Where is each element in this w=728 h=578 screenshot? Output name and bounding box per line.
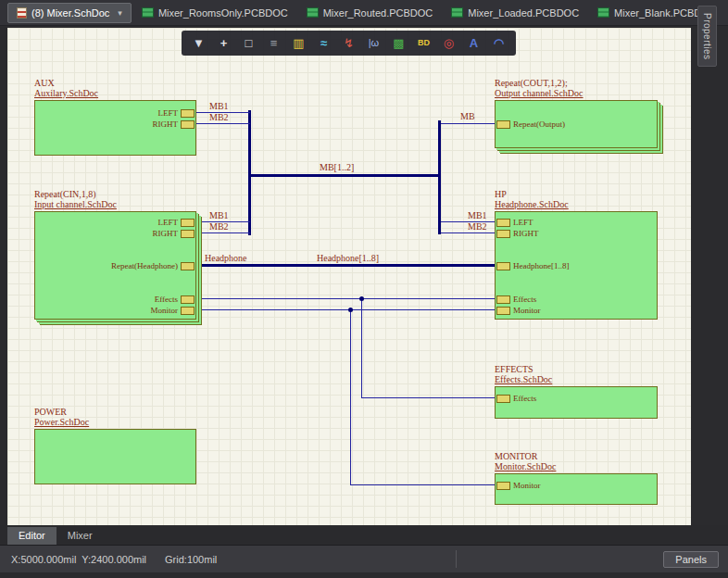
sheet-designator[interactable]: Repeat(CIN,1,8)	[34, 189, 196, 199]
target-icon[interactable]: ◎	[440, 31, 458, 56]
wire-monitor[interactable]	[196, 309, 495, 310]
mixer-view-tab[interactable]: Mixer	[56, 527, 104, 545]
columns-icon[interactable]: ▥	[290, 31, 308, 56]
port-box	[496, 262, 510, 270]
tab-label: Mixer_Loaded.PCBDOC	[468, 7, 579, 19]
bus-headphone[interactable]	[196, 264, 495, 267]
sheet-designator[interactable]: AUX	[34, 78, 196, 88]
sheet-body[interactable]: Monitor	[495, 473, 658, 505]
sheet-body[interactable]: LEFT RIGHT Repeat(Headphone) Effects Mon…	[34, 211, 196, 320]
sheet-entry-effects[interactable]: Effects	[155, 295, 195, 304]
sheet-body[interactable]	[34, 429, 196, 484]
sheet-entry-headphone-bus[interactable]: Headphone[1..8]	[496, 261, 569, 270]
board-region-icon[interactable]: ▩	[390, 31, 408, 56]
properties-panel-tab[interactable]: Properties	[697, 6, 717, 67]
sheet-entry-right[interactable]: RIGHT	[153, 119, 195, 129]
net-label[interactable]: MB1	[209, 102, 229, 111]
sheet-entry-right[interactable]: RIGHT	[496, 229, 539, 238]
tab-mixer-roomsonly-pcbdoc[interactable]: Mixer_RoomsOnly.PCBDOC	[133, 3, 296, 23]
signal-wires-icon[interactable]: ≈	[315, 31, 333, 56]
sheet-designator[interactable]: Repeat(COUT,1,2);	[495, 78, 658, 88]
sheet-entry-monitor[interactable]: Monitor	[496, 481, 541, 490]
schematic-canvas[interactable]: ▼ + □ ≡ ▥ ≈ ↯ |ω ▩ BD ◎ A ◠	[7, 28, 691, 525]
bd-icon[interactable]: BD	[415, 31, 433, 56]
waveform-icon[interactable]: |ω	[365, 31, 383, 56]
net-label[interactable]: MB2	[468, 222, 487, 232]
bus-mb-horizontal[interactable]	[248, 174, 441, 177]
wire-effects[interactable]	[196, 298, 495, 299]
bus-mb-right-vertical[interactable]	[438, 120, 441, 234]
sheet-entry-repeat-output[interactable]: Repeat(Output)	[496, 119, 565, 129]
sheet-filename[interactable]: Input channel.SchDoc	[34, 199, 196, 209]
tab-mixer-schdoc[interactable]: (8) Mixer.SchDoc ▾	[7, 3, 132, 23]
sheet-body[interactable]: LEFT RIGHT	[34, 100, 196, 156]
sheet-entry-left[interactable]: LEFT	[496, 218, 533, 227]
sheet-symbol-hp: HP Headphone.SchDoc LEFT RIGHT Headphone…	[495, 189, 658, 320]
sheet-filename[interactable]: Monitor.SchDoc	[495, 461, 658, 471]
sheet-body[interactable]: LEFT RIGHT Headphone[1..8] Effects Monit…	[495, 211, 658, 320]
tab-mixer-routed-pcbdoc[interactable]: Mixer_Routed.PCBDOC	[298, 3, 442, 23]
panels-button[interactable]: Panels	[663, 551, 719, 568]
tab-dropdown-caret-icon[interactable]: ▾	[118, 8, 122, 18]
sheet-filename[interactable]: Effects.SchDoc	[495, 374, 658, 384]
sheet-entry-repeat-headphone[interactable]: Repeat(Headphone)	[111, 261, 195, 270]
text-icon[interactable]: A	[465, 31, 483, 56]
wire-input-mb2[interactable]	[196, 232, 250, 233]
net-label[interactable]: Headphone	[205, 254, 247, 263]
status-bar: X:5000.000mil Y:2400.000mil Grid:100mil …	[0, 545, 728, 572]
port-box	[181, 109, 195, 118]
bus-mb-left-vertical[interactable]	[248, 110, 251, 235]
align-icon[interactable]: ≡	[265, 31, 282, 56]
sheet-filename[interactable]: Auxilary.SchDoc	[34, 88, 196, 98]
port-box	[496, 230, 510, 238]
wire-effects-branch[interactable]	[361, 397, 495, 398]
altium-window: (8) Mixer.SchDoc ▾ Mixer_RoomsOnly.PCBDO…	[0, 0, 728, 578]
probe-icon[interactable]: ↯	[340, 31, 358, 56]
cursor-y-readout: Y:2400.000mil	[82, 554, 146, 565]
sheet-entry-left[interactable]: LEFT	[158, 108, 195, 118]
tab-label: (8) Mixer.SchDoc	[31, 7, 109, 19]
port-box	[496, 120, 510, 129]
bus-label[interactable]: Headphone[1..8]	[317, 254, 379, 263]
sheet-designator[interactable]: EFFECTS	[495, 364, 658, 374]
sheet-designator[interactable]: POWER	[34, 407, 196, 417]
move-cursor-icon[interactable]: +	[215, 31, 232, 56]
sheet-filename[interactable]: Headphone.SchDoc	[495, 199, 658, 209]
sheet-designator[interactable]: MONITOR	[495, 451, 658, 461]
net-label[interactable]: MB1	[209, 211, 229, 220]
filter-icon[interactable]: ▼	[190, 31, 207, 56]
tab-mixer-loaded-pcbdoc[interactable]: Mixer_Loaded.PCBDOC	[443, 3, 587, 23]
sheet-entry-effects[interactable]: Effects	[496, 394, 536, 403]
sheet-entry-effects[interactable]: Effects	[496, 295, 536, 304]
wire-output-mb[interactable]	[441, 123, 495, 124]
net-label[interactable]: MB2	[209, 222, 229, 232]
wire-hp-mb2[interactable]	[441, 232, 495, 233]
wire-monitor-branch[interactable]	[350, 484, 495, 485]
sheet-entry-monitor[interactable]: Monitor	[496, 306, 541, 315]
editor-view-tab[interactable]: Editor	[7, 527, 56, 545]
net-label[interactable]: MB1	[468, 211, 487, 220]
canvas-toolbar: ▼ + □ ≡ ▥ ≈ ↯ |ω ▩ BD ◎ A ◠	[182, 31, 516, 56]
sheet-symbol-output-channel: Repeat(COUT,1,2); Output channel.SchDoc …	[495, 78, 658, 148]
wire-monitor-drop[interactable]	[350, 309, 351, 484]
sheet-filename[interactable]: Power.SchDoc	[34, 417, 196, 427]
net-label[interactable]: MB2	[209, 113, 229, 122]
port-box	[496, 295, 510, 304]
selection-rect-icon[interactable]: □	[240, 31, 257, 56]
sheet-filename[interactable]: Output channel.SchDoc	[495, 88, 658, 98]
sheet-designator[interactable]: HP	[495, 189, 658, 199]
arc-icon[interactable]: ◠	[490, 31, 508, 56]
sheet-entry-left[interactable]: LEFT	[158, 218, 195, 227]
sheet-symbol-aux: AUX Auxilary.SchDoc LEFT RIGHT	[34, 78, 196, 156]
schdoc-icon	[17, 7, 27, 19]
sheet-entry-monitor[interactable]: Monitor	[150, 306, 195, 315]
sheet-body[interactable]: Effects	[495, 386, 658, 419]
wire-effects-drop[interactable]	[361, 298, 362, 397]
sheet-entry-right[interactable]: RIGHT	[153, 229, 195, 238]
bus-label[interactable]: MB[1..2]	[320, 163, 354, 172]
port-box	[496, 395, 510, 403]
sheet-symbol-monitor: MONITOR Monitor.SchDoc Monitor	[495, 451, 658, 505]
wire-aux-mb2[interactable]	[196, 123, 250, 124]
sheet-body[interactable]: Repeat(Output)	[495, 100, 658, 148]
net-label[interactable]: MB	[460, 112, 475, 121]
